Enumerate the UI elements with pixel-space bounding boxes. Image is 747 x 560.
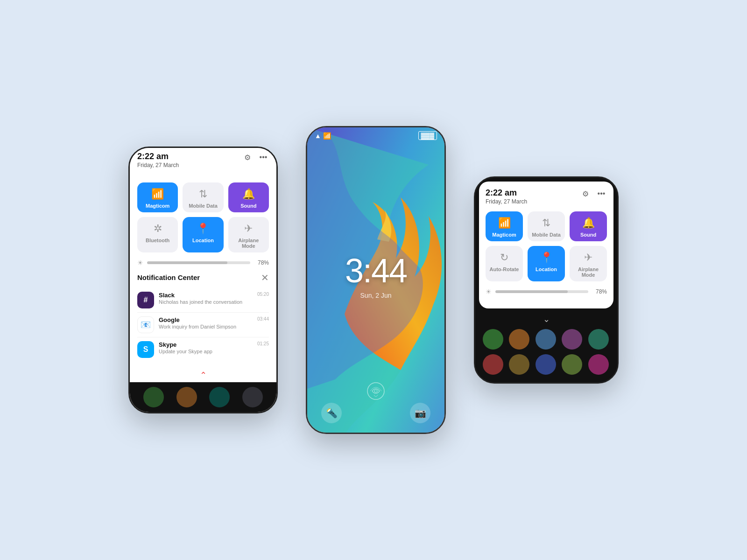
slack-app-name: Slack	[159, 292, 253, 299]
brightness-bar[interactable]	[147, 261, 250, 264]
right-time: 2:22 am	[486, 188, 527, 198]
location-label: Location	[192, 238, 214, 243]
right-rotate-icon: ↻	[500, 252, 508, 264]
left-bottom-nav	[130, 382, 276, 412]
skype-msg: Update your Skype app	[159, 349, 253, 354]
right-brightness-value: 78%	[592, 288, 607, 295]
right-airplane-icon: ✈	[584, 252, 592, 264]
app-icon-5[interactable]	[588, 329, 609, 350]
right-settings-icon[interactable]: ⚙	[580, 188, 591, 199]
right-sound-label: Sound	[580, 232, 596, 238]
lock-bottom-icons: 🔦 📷	[307, 403, 444, 423]
bell-icon: 🔔	[242, 188, 255, 200]
left-time: 2:22 am	[137, 152, 179, 162]
app-icon-3[interactable]	[536, 329, 556, 350]
magticom-label: Magticom	[146, 203, 169, 209]
right-brightness-row: ☀ 78%	[486, 288, 607, 295]
right-bell-icon: 🔔	[582, 217, 595, 229]
toggle-mobile-data[interactable]: ⇅ Mobile Data	[183, 182, 223, 212]
brightness-value: 78%	[254, 259, 269, 266]
left-phone-header: 2:22 am Friday, 27 March ⚙ •••	[137, 152, 269, 168]
right-mobile-data-label: Mobile Data	[532, 232, 561, 238]
chevron-up-icon[interactable]: ⌃	[130, 369, 276, 382]
notif-slack[interactable]: # Slack Nicholas has joined the conversa…	[137, 288, 269, 313]
lock-time-block: 3:44 Sun, 2 Jun	[345, 252, 407, 299]
fingerprint-icon[interactable]	[366, 382, 385, 405]
nav-dot-3	[209, 387, 230, 407]
google-icon: 📧	[137, 316, 154, 333]
notif-google[interactable]: 📧 Google Work inquiry from Daniel Simpso…	[137, 313, 269, 337]
right-location-label: Location	[536, 266, 557, 272]
google-msg: Work inquiry from Daniel Simpson	[159, 324, 253, 329]
right-brightness-fill	[495, 290, 568, 293]
lock-spacer	[366, 403, 386, 423]
notif-close-button[interactable]: ✕	[261, 273, 269, 282]
slack-icon: #	[137, 292, 154, 308]
right-more-icon[interactable]: •••	[596, 188, 607, 199]
toggle-airplane[interactable]: ✈ Airplane Mode	[228, 217, 269, 252]
toggle-sound[interactable]: 🔔 Sound	[228, 182, 269, 212]
notif-title: Notification Center	[137, 273, 200, 281]
toggle-location[interactable]: 📍 Location	[183, 217, 223, 252]
right-data-icon: ⇅	[542, 217, 550, 229]
lock-screen: ▲ 📶 ▓▓▓ 3:44 Sun, 2 Jun 🔦	[307, 127, 444, 433]
lock-bottom-left-icon[interactable]: 🔦	[321, 403, 342, 423]
brightness-fill	[147, 261, 227, 264]
app-icon-9[interactable]	[562, 354, 582, 375]
more-icon[interactable]: •••	[258, 152, 269, 163]
toggle-magticom[interactable]: 📶 Magticom	[137, 182, 178, 212]
left-phone: 2:22 am Friday, 27 March ⚙ ••• 📶 Magtico…	[128, 147, 278, 413]
google-time: 03:44	[257, 316, 269, 322]
slack-msg: Nicholas has joined the conversation	[159, 299, 253, 305]
lock-status-bar: ▲ 📶 ▓▓▓	[307, 127, 444, 144]
right-toggle-sound[interactable]: 🔔 Sound	[570, 211, 607, 241]
sound-label: Sound	[240, 203, 256, 209]
app-icon-6[interactable]	[483, 354, 503, 375]
right-magticom-label: Magticom	[492, 232, 516, 238]
wifi-icon: 📶	[151, 188, 164, 200]
app-icon-8[interactable]	[536, 354, 556, 375]
right-wifi-icon: 📶	[498, 217, 511, 229]
right-phone-header: 2:22 am Friday, 27 March ⚙ •••	[486, 188, 607, 205]
airplane-icon: ✈	[244, 223, 253, 235]
camera-icon[interactable]: 📷	[410, 403, 430, 423]
left-toggle-grid: 📶 Magticom ⇅ Mobile Data 🔔 Sound ✲ Bluet…	[137, 182, 269, 252]
app-icon-2[interactable]	[509, 329, 529, 350]
right-toggle-airplane[interactable]: ✈ Airplane Mode	[570, 246, 607, 281]
toggle-bluetooth[interactable]: ✲ Bluetooth	[137, 217, 178, 252]
mobile-data-label: Mobile Data	[189, 203, 218, 209]
wifi-status-icon: 📶	[323, 132, 331, 140]
app-icon-7[interactable]	[509, 354, 529, 375]
skype-time: 01:25	[257, 341, 269, 346]
bluetooth-icon: ✲	[154, 223, 162, 235]
notif-skype[interactable]: S Skype Update your Skype app 01:25	[137, 337, 269, 362]
right-toggle-magticom[interactable]: 📶 Magticom	[486, 211, 523, 241]
chevron-down-icon[interactable]: ⌄	[475, 312, 617, 325]
right-brightness-bar[interactable]	[495, 290, 588, 293]
brightness-icon: ☀	[137, 259, 143, 266]
skype-icon: S	[137, 341, 154, 358]
right-toggle-auto-rotate[interactable]: ↻ Auto-Rotate	[486, 246, 523, 281]
settings-icon[interactable]: ⚙	[242, 152, 253, 163]
app-icon-1[interactable]	[483, 329, 503, 350]
battery-icon: ▓▓▓	[418, 131, 437, 140]
nav-dot-1	[143, 387, 164, 407]
data-icon: ⇅	[199, 188, 207, 200]
left-date: Friday, 27 March	[137, 162, 179, 168]
slack-time: 05:20	[257, 292, 269, 297]
right-phone-body: 2:22 am Friday, 27 March ⚙ ••• 📶 Magtico…	[475, 182, 617, 382]
right-auto-rotate-label: Auto-Rotate	[490, 266, 519, 272]
svg-point-1	[367, 383, 384, 399]
app-icon-4[interactable]	[562, 329, 582, 350]
google-app-name: Google	[159, 316, 253, 323]
right-toggle-location[interactable]: 📍 Location	[528, 246, 565, 281]
right-control-panel: 2:22 am Friday, 27 March ⚙ ••• 📶 Magtico…	[479, 182, 613, 308]
signal-icon: ▲	[315, 132, 321, 140]
right-location-icon: 📍	[540, 252, 553, 264]
app-icon-10[interactable]	[588, 354, 609, 375]
right-brightness-icon: ☀	[486, 288, 492, 295]
nav-dot-4	[242, 387, 263, 407]
right-phone: 2:22 am Friday, 27 March ⚙ ••• 📶 Magtico…	[474, 176, 619, 384]
right-toggle-mobile-data[interactable]: ⇅ Mobile Data	[528, 211, 565, 241]
svg-point-2	[374, 390, 377, 392]
